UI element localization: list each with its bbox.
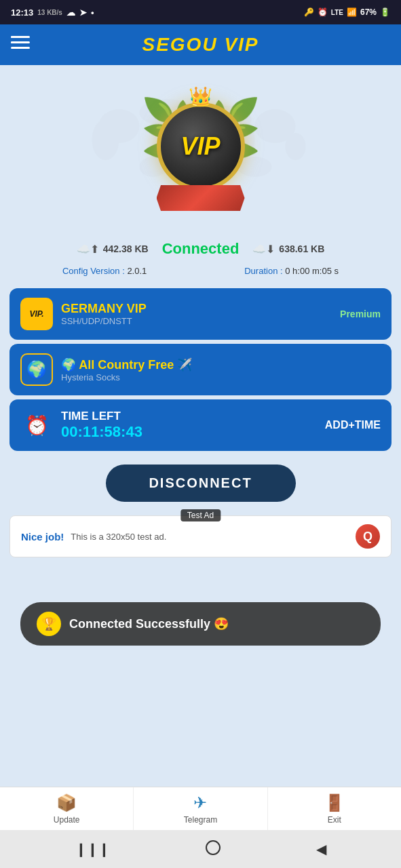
battery-display: 67% bbox=[360, 7, 377, 17]
connected-notification: 🏆 Connected Successfully 😍 bbox=[20, 602, 381, 646]
dot-icon: • bbox=[91, 7, 94, 18]
download-stat: ☁️⬇ 638.61 KB bbox=[252, 243, 324, 256]
ad-test-label: Test Ad bbox=[180, 509, 221, 521]
connection-status: Connected bbox=[162, 240, 240, 258]
svg-rect-4 bbox=[11, 41, 13, 43]
config-version: Config Version : 2.0.1 bbox=[62, 266, 147, 276]
germany-server-info: GERMANY VIP SSH/UDP/DNSTT bbox=[61, 302, 332, 326]
free-server-icon: 🌍 bbox=[20, 353, 53, 386]
time-left-label: TIME LEFT bbox=[61, 410, 317, 423]
free-server-info: 🌍 All Country Free ✈️ Hysteria Socks bbox=[61, 357, 381, 382]
ad-logo: Q bbox=[356, 524, 380, 549]
time-icon: ⏰ bbox=[20, 409, 53, 441]
menu-button[interactable] bbox=[11, 33, 30, 56]
status-right: 🔑 ⏰ LTE 📶 67% 🔋 bbox=[304, 7, 390, 17]
key-icon: 🔑 bbox=[304, 7, 314, 17]
status-left: 12:13 13 KB/s ☁ ➤ • bbox=[11, 7, 94, 18]
ad-nice-text: Nice job! bbox=[21, 531, 64, 542]
exit-icon: 🚪 bbox=[324, 793, 345, 812]
germany-server-protocol: SSH/UDP/DNSTT bbox=[61, 316, 332, 326]
nav-exit[interactable]: 🚪 Exit bbox=[268, 787, 401, 830]
server-card-free[interactable]: 🌍 🌍 All Country Free ✈️ Hysteria Socks bbox=[9, 344, 392, 395]
vip-badge: 🌿 🌿 👑 VIP bbox=[133, 85, 269, 221]
ad-description: This is a 320x50 test ad. bbox=[71, 532, 349, 542]
android-back-btn[interactable]: ◀ bbox=[316, 841, 326, 857]
svg-point-16 bbox=[206, 841, 220, 854]
android-recent-btn[interactable]: ❙❙❙ bbox=[75, 841, 110, 857]
signal-icon: 📶 bbox=[347, 7, 357, 17]
time-left-card[interactable]: ⏰ TIME LEFT 00:11:58:43 ADD+TIME bbox=[9, 399, 392, 451]
connection-duration: Duration : 0 h:00 m:05 s bbox=[244, 266, 339, 276]
status-bar: 12:13 13 KB/s ☁ ➤ • 🔑 ⏰ LTE 📶 67% 🔋 bbox=[0, 0, 401, 24]
cloud-icon: ☁ bbox=[66, 7, 75, 18]
exit-label: Exit bbox=[328, 815, 341, 825]
android-home-btn[interactable] bbox=[206, 840, 221, 859]
data-speed: 13 KB/s bbox=[37, 9, 62, 16]
svg-point-12 bbox=[286, 133, 306, 160]
notification-text: Connected Successfully 😍 bbox=[69, 616, 229, 631]
notification-icon: 🏆 bbox=[37, 612, 61, 636]
ad-banner: Test Ad Nice job! This is a 320x50 test … bbox=[9, 515, 392, 557]
add-time-button[interactable]: ADD+TIME bbox=[325, 419, 381, 431]
time-display: 12:13 bbox=[11, 7, 33, 18]
send-icon: ➤ bbox=[79, 7, 87, 18]
disconnect-button[interactable]: DISCONNECT bbox=[106, 465, 296, 502]
upload-icon: ☁️⬆ bbox=[77, 243, 99, 256]
telegram-icon: ✈ bbox=[193, 793, 207, 812]
server-card-germany[interactable]: VIP. GERMANY VIP SSH/UDP/DNSTT Premium bbox=[9, 288, 392, 340]
germany-server-badge: Premium bbox=[340, 309, 381, 319]
update-icon: 📦 bbox=[56, 793, 77, 812]
svg-point-6 bbox=[92, 119, 119, 160]
update-label: Update bbox=[54, 815, 80, 825]
vip-circle: VIP bbox=[157, 102, 245, 191]
svg-rect-1 bbox=[11, 41, 30, 43]
download-icon: ☁️⬇ bbox=[252, 243, 275, 256]
config-row: Config Version : 2.0.1 Duration : 0 h:00… bbox=[0, 263, 401, 284]
svg-rect-2 bbox=[11, 47, 30, 49]
germany-server-name: GERMANY VIP bbox=[61, 302, 332, 316]
vip-ribbon bbox=[157, 185, 245, 211]
vip-badge-area: 🌿 🌿 👑 VIP bbox=[0, 65, 401, 228]
download-value: 638.61 KB bbox=[279, 243, 324, 254]
stats-row: ☁️⬆ 442.38 KB Connected ☁️⬇ 638.61 KB bbox=[0, 235, 401, 263]
svg-rect-3 bbox=[11, 36, 13, 38]
time-left-value: 00:11:58:43 bbox=[61, 423, 317, 441]
germany-server-icon: VIP. bbox=[20, 298, 53, 330]
alarm-icon: ⏰ bbox=[318, 7, 328, 17]
bottom-nav: 📦 Update ✈ Telegram 🚪 Exit bbox=[0, 787, 401, 830]
android-nav-bar: ❙❙❙ ◀ bbox=[0, 830, 401, 868]
main-content: 🌿 🌿 👑 VIP ☁️⬆ 442.38 KB Connected ☁️⬇ 63… bbox=[0, 65, 401, 787]
upload-value: 442.38 KB bbox=[103, 243, 149, 254]
free-server-name: 🌍 All Country Free ✈️ bbox=[61, 357, 381, 372]
time-info: TIME LEFT 00:11:58:43 bbox=[61, 410, 317, 441]
battery-icon: 🔋 bbox=[380, 7, 390, 17]
lte-icon: LTE bbox=[331, 9, 343, 16]
telegram-label: Telegram bbox=[184, 815, 217, 825]
svg-rect-0 bbox=[11, 36, 30, 38]
spacer bbox=[0, 564, 401, 591]
app-title: SEGOU VIP bbox=[142, 34, 259, 56]
nav-update[interactable]: 📦 Update bbox=[0, 787, 134, 830]
vip-text: VIP bbox=[180, 132, 220, 161]
bottom-spacer bbox=[0, 656, 401, 745]
upload-stat: ☁️⬆ 442.38 KB bbox=[77, 243, 149, 256]
app-header: SEGOU VIP bbox=[0, 24, 401, 65]
free-server-protocol: Hysteria Socks bbox=[61, 372, 381, 382]
nav-telegram[interactable]: ✈ Telegram bbox=[134, 787, 267, 830]
